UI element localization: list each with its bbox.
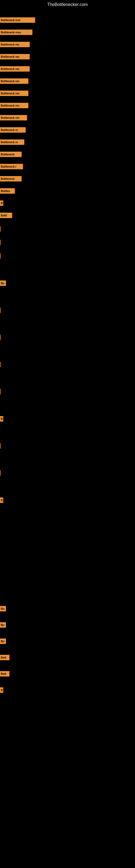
bottleneck-item: [0, 362, 1, 367]
bottleneck-label: Bottleneck res: [0, 66, 30, 72]
bottleneck-item: Bottleneck resu: [0, 30, 32, 35]
bottleneck-item: [0, 443, 1, 448]
bottleneck-item: Bottleneck: [0, 176, 21, 182]
bottleneck-item: Bottlen: [0, 188, 15, 194]
bottleneck-item: [0, 389, 1, 394]
bottleneck-item: Bottl: [0, 213, 12, 218]
bottleneck-item: [0, 335, 1, 340]
bottleneck-item: Bottleneck res: [0, 115, 27, 120]
bottleneck-label: Bottleneck res: [0, 115, 27, 120]
bottleneck-label: Bott: [0, 655, 9, 660]
bottleneck-label: B: [0, 687, 3, 693]
bottleneck-item: [0, 253, 1, 259]
bottleneck-item: Bottleneck res: [0, 66, 30, 72]
bottleneck-label: Bottleneck res: [0, 103, 28, 108]
bottleneck-item: Bott: [0, 671, 9, 677]
bottleneck-label: Bottleneck res: [0, 54, 30, 59]
bottleneck-label: Bo: [0, 639, 6, 644]
bottleneck-label: Bottleneck re: [0, 127, 26, 133]
bottleneck-item: Bottleneck: [0, 152, 21, 157]
bottleneck-label: B: [0, 200, 3, 206]
bottleneck-item: Bottleneck res: [0, 103, 28, 108]
bottleneck-label: Bo: [0, 606, 6, 611]
bottleneck-item: B: [0, 687, 3, 693]
bottleneck-item: [0, 470, 1, 476]
bottleneck-item: Bo: [0, 639, 6, 644]
bottleneck-item: Bo: [0, 280, 6, 286]
bottleneck-label: Bottleneck rest: [0, 18, 35, 23]
bottleneck-item: B: [0, 497, 3, 503]
bottleneck-label: Bottl: [0, 213, 12, 218]
bottleneck-label: Bott: [0, 671, 9, 677]
bottleneck-label: Bottlen: [0, 188, 15, 194]
bottleneck-item: Bottleneck r: [0, 164, 23, 169]
bottleneck-label: Bottleneck: [0, 176, 21, 182]
site-title: TheBottlenecker.com: [0, 0, 135, 9]
bottleneck-item: [0, 240, 1, 245]
chart-area: Bottleneck restBottleneck resuBottleneck…: [0, 9, 135, 868]
bottleneck-item: B: [0, 200, 3, 206]
bottleneck-label: Bottleneck res: [0, 79, 28, 84]
bottleneck-item: [0, 226, 1, 231]
bottleneck-item: Bo: [0, 606, 6, 611]
bottleneck-item: Bottleneck rest: [0, 18, 35, 23]
bottleneck-label: Bottleneck res: [0, 42, 30, 47]
bottleneck-label: Bottleneck: [0, 152, 21, 157]
bottleneck-item: Bottleneck res: [0, 54, 30, 59]
bottleneck-label: Bo: [0, 622, 6, 628]
bottleneck-item: Bo: [0, 622, 6, 628]
bottleneck-label: B: [0, 416, 3, 422]
bottleneck-item: Bottleneck res: [0, 42, 30, 47]
bottleneck-item: Bott: [0, 655, 9, 660]
bottleneck-label: Bo: [0, 280, 6, 286]
bottleneck-label: Bottleneck res: [0, 91, 28, 96]
bottleneck-item: Bottleneck re: [0, 140, 24, 145]
bottleneck-label: Bottleneck re: [0, 140, 24, 145]
bottleneck-item: Bottleneck res: [0, 91, 28, 96]
bottleneck-item: Bottleneck res: [0, 79, 28, 84]
bottleneck-item: Bottleneck re: [0, 127, 26, 133]
bottleneck-label: Bottleneck r: [0, 164, 23, 169]
bottleneck-label: B: [0, 497, 3, 503]
bottleneck-label: Bottleneck resu: [0, 30, 32, 35]
bottleneck-item: B: [0, 416, 3, 422]
bottleneck-item: [0, 308, 1, 313]
